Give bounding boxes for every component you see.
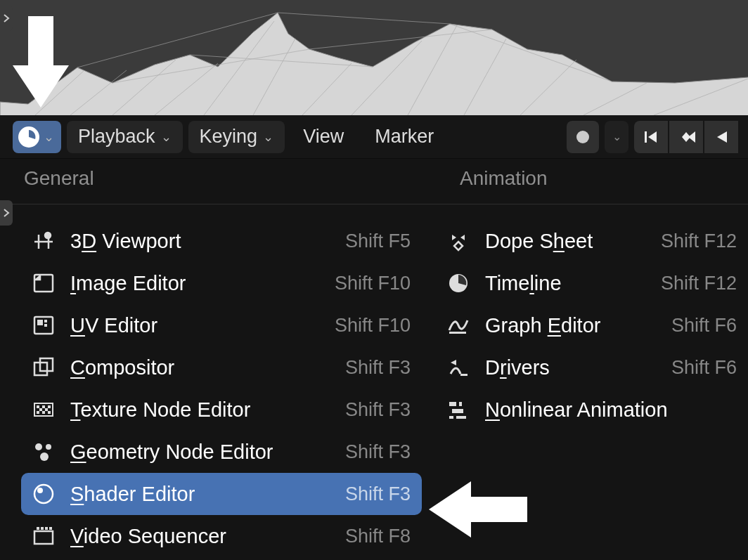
menu-item-label: Geometry Node Editor (70, 441, 333, 464)
editor-type-item[interactable]: CompositorShift F3 (21, 346, 422, 389)
svg-rect-21 (645, 131, 647, 143)
chevron-down-icon: ⌄ (161, 129, 172, 145)
timeline-icon (444, 269, 472, 297)
geometry-node-icon (30, 438, 58, 466)
viewport-3d-preview[interactable] (0, 0, 748, 115)
svg-rect-48 (37, 527, 39, 530)
svg-rect-36 (48, 405, 51, 408)
auto-keying-toggle[interactable] (567, 121, 599, 153)
svg-rect-55 (449, 402, 456, 406)
svg-rect-50 (45, 527, 48, 530)
svg-point-46 (37, 488, 43, 493)
playback-label: Playback (78, 126, 155, 148)
compositor-icon (30, 353, 58, 382)
menu-item-shortcut: Shift F6 (671, 357, 737, 379)
svg-point-43 (46, 444, 51, 450)
svg-rect-29 (44, 320, 47, 323)
svg-rect-28 (37, 320, 43, 325)
svg-point-45 (34, 485, 53, 503)
menu-item-shortcut: Shift F5 (345, 230, 411, 252)
svg-rect-41 (48, 411, 51, 414)
menu-item-label: Compositor (70, 356, 333, 379)
editor-type-item[interactable]: 3D ViewportShift F5 (21, 220, 422, 262)
svg-rect-35 (42, 405, 45, 408)
view-menu[interactable]: View (290, 126, 356, 148)
playback-menu[interactable]: Playback ⌄ (67, 121, 183, 153)
nla-icon (444, 396, 472, 424)
svg-rect-38 (45, 408, 48, 411)
menu-item-shortcut: Shift F3 (345, 399, 411, 421)
svg-rect-37 (39, 408, 42, 411)
keying-menu[interactable]: Keying ⌄ (188, 121, 285, 153)
svg-rect-59 (456, 416, 466, 419)
svg-rect-57 (452, 409, 463, 413)
editor-type-menu: General Animation 3D ViewportShift F5Ima… (0, 159, 748, 560)
column-header-animation: Animation (436, 167, 548, 190)
menu-item-shortcut: Shift F3 (345, 357, 411, 379)
editor-type-item[interactable]: Geometry Node EditorShift F3 (21, 431, 422, 473)
editor-type-item[interactable]: Video SequencerShift F8 (21, 515, 422, 557)
menu-item-label: Video Sequencer (70, 525, 333, 548)
menu-item-shortcut: Shift F10 (335, 273, 411, 294)
menu-item-label: Image Editor (70, 272, 322, 295)
terrain-mesh (0, 0, 748, 115)
keying-label: Keying (200, 126, 258, 148)
menu-item-label: Dope Sheet (485, 230, 648, 253)
auto-keying-dropdown[interactable]: ⌄ (605, 121, 628, 153)
play-reverse-button[interactable] (704, 121, 738, 153)
svg-point-42 (35, 443, 42, 450)
svg-rect-34 (37, 405, 39, 408)
timeline-toolbar: ⌄ Playback ⌄ Keying ⌄ View Marker ⌄ (0, 115, 748, 159)
annotation-arrow-left (429, 481, 527, 538)
menu-item-shortcut: Shift F3 (345, 441, 411, 463)
annotation-arrow-down (13, 15, 69, 108)
svg-rect-53 (449, 332, 466, 334)
svg-rect-30 (44, 324, 47, 327)
image-editor-icon (30, 269, 58, 297)
menu-item-shortcut: Shift F10 (335, 315, 411, 337)
editor-type-item[interactable]: Image EditorShift F10 (21, 262, 422, 304)
svg-rect-40 (42, 411, 45, 414)
menu-item-label: Timeline (485, 272, 648, 295)
transport-controls (634, 121, 738, 153)
editor-type-item[interactable]: TimelineShift F12 (436, 262, 748, 304)
editor-type-item[interactable]: Graph EditorShift F6 (436, 304, 748, 346)
editor-type-item[interactable]: Shader EditorShift F3 (21, 473, 422, 515)
column-header-general: General (0, 167, 436, 190)
menu-item-shortcut: Shift F12 (661, 230, 737, 252)
collapse-panel-tab[interactable] (0, 200, 13, 226)
svg-rect-39 (37, 411, 39, 414)
svg-rect-47 (34, 531, 53, 544)
editor-type-item[interactable]: DriversShift F6 (436, 346, 748, 389)
svg-rect-51 (49, 527, 52, 530)
menu-item-label: Drivers (485, 356, 659, 379)
editor-type-item[interactable]: Texture Node EditorShift F3 (21, 389, 422, 431)
jump-to-start-button[interactable] (634, 121, 668, 153)
editor-type-item[interactable]: Dope SheetShift F12 (436, 220, 748, 262)
menu-item-label: Texture Node Editor (70, 398, 333, 422)
svg-point-44 (40, 452, 49, 461)
marker-menu[interactable]: Marker (362, 126, 446, 148)
shader-editor-icon (30, 480, 58, 508)
texture-node-icon (30, 396, 58, 424)
svg-rect-33 (34, 403, 53, 416)
svg-rect-58 (449, 416, 453, 419)
chevron-down-icon: ⌄ (612, 130, 621, 143)
uv-editor-icon (30, 311, 58, 339)
editor-type-item[interactable]: Nonlinear Animation (436, 389, 748, 431)
graph-editor-icon (444, 311, 472, 339)
menu-item-label: Graph Editor (485, 314, 659, 337)
collapse-panel-tab[interactable] (0, 6, 13, 31)
chevron-down-icon: ⌄ (44, 129, 54, 145)
svg-rect-56 (459, 402, 462, 406)
menu-item-shortcut: Shift F12 (661, 273, 737, 294)
viewport-3d-icon (30, 227, 58, 255)
menu-item-label: UV Editor (70, 314, 322, 337)
menu-item-label: Nonlinear Animation (485, 398, 724, 422)
jump-to-keyframe-back-button[interactable] (669, 121, 703, 153)
editor-type-dropdown[interactable]: ⌄ (13, 121, 61, 153)
editor-type-item[interactable]: UV EditorShift F10 (21, 304, 422, 346)
svg-rect-54 (460, 374, 468, 376)
svg-point-25 (45, 233, 51, 238)
svg-rect-27 (34, 317, 53, 334)
